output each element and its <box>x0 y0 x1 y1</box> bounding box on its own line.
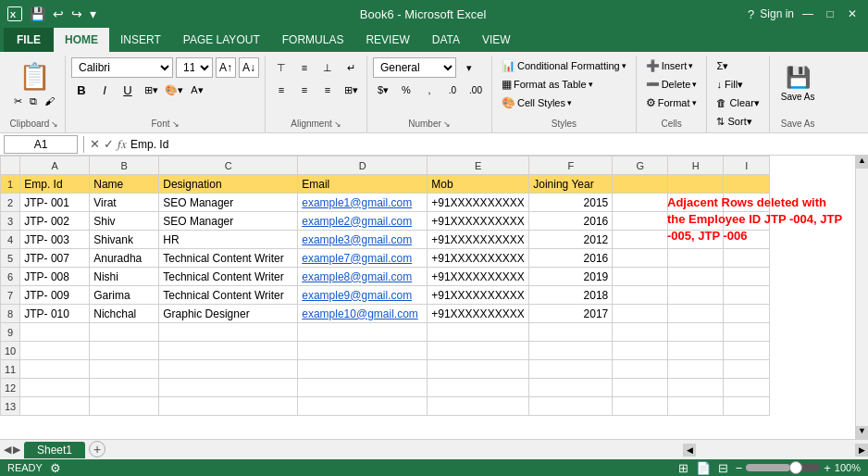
autosum-btn[interactable]: Σ▾ <box>713 57 763 74</box>
cell[interactable]: Virat <box>90 194 159 212</box>
row-number-cell[interactable]: 4 <box>1 231 20 249</box>
cell[interactable]: Technical Content Writer <box>159 286 298 305</box>
cell[interactable] <box>159 323 298 342</box>
cell[interactable]: Designation <box>159 175 298 194</box>
dec-dec-btn[interactable]: .00 <box>465 80 486 100</box>
merge-btn[interactable]: ⊞▾ <box>341 80 361 100</box>
row-number-cell[interactable]: 13 <box>1 397 20 416</box>
row-number-cell[interactable]: 6 <box>1 268 20 286</box>
row-number-cell[interactable]: 3 <box>1 212 20 231</box>
cell[interactable] <box>159 342 298 360</box>
cell[interactable] <box>613 212 668 231</box>
cell[interactable]: Nichchal <box>90 305 159 323</box>
cell-styles-btn[interactable]: 🎨 Cell Styles ▾ <box>498 94 630 111</box>
wrap-text-btn[interactable]: ↵ <box>341 57 361 78</box>
col-header-d[interactable]: D <box>298 157 428 175</box>
conditional-formatting-btn[interactable]: 📊 Conditional Formatting ▾ <box>498 57 630 74</box>
cell[interactable] <box>724 194 770 212</box>
sign-in-btn[interactable]: Sign in <box>760 7 794 20</box>
col-header-e[interactable]: E <box>428 157 529 175</box>
cell[interactable] <box>668 342 724 360</box>
cell[interactable] <box>20 342 90 360</box>
scroll-down-btn[interactable]: ▼ <box>856 426 868 439</box>
cell[interactable] <box>724 231 770 249</box>
cell[interactable] <box>668 249 724 268</box>
zoom-slider-track[interactable] <box>746 464 820 471</box>
view-pagebreak-btn[interactable]: ⊟ <box>718 461 728 475</box>
close-btn[interactable]: ✕ <box>844 6 861 22</box>
cell[interactable]: 2018 <box>529 286 613 305</box>
cell[interactable]: Email <box>298 175 428 194</box>
font-expand-icon[interactable]: ↘ <box>172 119 180 129</box>
fill-btn[interactable]: ↓ Fill▾ <box>713 76 763 93</box>
tab-view[interactable]: VIEW <box>471 28 522 52</box>
cell[interactable]: Technical Content Writer <box>159 268 298 286</box>
number-format-expand[interactable]: ▾ <box>459 57 479 78</box>
tab-insert[interactable]: INSERT <box>109 28 172 52</box>
cell[interactable]: JTP- 010 <box>20 305 90 323</box>
row-number-cell[interactable]: 11 <box>1 360 20 379</box>
col-header-c[interactable]: C <box>159 157 298 175</box>
cell[interactable] <box>724 342 770 360</box>
cell[interactable]: +91XXXXXXXXXX <box>428 249 529 268</box>
number-format-selector[interactable]: General <box>373 57 456 78</box>
row-number-cell[interactable]: 10 <box>1 342 20 360</box>
sheet-tab-sheet1[interactable]: Sheet1 <box>24 442 85 458</box>
row-number-cell[interactable]: 1 <box>1 175 20 194</box>
zoom-out-btn[interactable]: − <box>736 461 743 475</box>
row-number-cell[interactable]: 7 <box>1 286 20 305</box>
cell[interactable]: +91XXXXXXXXXX <box>428 286 529 305</box>
cell[interactable]: JTP- 007 <box>20 249 90 268</box>
customize-qa-btn[interactable]: ▾ <box>88 6 98 21</box>
cell[interactable]: +91XXXXXXXXXX <box>428 268 529 286</box>
col-header-a[interactable]: A <box>20 157 90 175</box>
cell[interactable]: Name <box>90 175 159 194</box>
cell[interactable] <box>724 249 770 268</box>
cell[interactable] <box>613 249 668 268</box>
formula-input[interactable] <box>130 135 864 154</box>
cell[interactable] <box>613 194 668 212</box>
cell[interactable]: Nishi <box>90 268 159 286</box>
view-layout-btn[interactable]: 📄 <box>696 461 711 475</box>
confirm-formula-icon[interactable]: ✓ <box>104 137 114 151</box>
cell[interactable]: JTP- 002 <box>20 212 90 231</box>
insert-function-icon[interactable]: 𝑓𝑥 <box>118 137 127 152</box>
cell[interactable]: HR <box>159 231 298 249</box>
alignment-expand-icon[interactable]: ↘ <box>334 119 341 129</box>
cell[interactable] <box>724 268 770 286</box>
name-box[interactable] <box>4 135 78 154</box>
align-right-btn[interactable]: ≡ <box>317 80 338 100</box>
cell[interactable]: SEO Manager <box>159 194 298 212</box>
cell[interactable] <box>428 323 529 342</box>
col-header-i[interactable]: I <box>724 157 770 175</box>
tab-data[interactable]: DATA <box>421 28 471 52</box>
cell[interactable] <box>724 175 770 194</box>
cell[interactable]: Emp. Id <box>20 175 90 194</box>
cell[interactable] <box>298 397 428 416</box>
cell[interactable] <box>668 212 724 231</box>
clipboard-expand-icon[interactable]: ↘ <box>51 119 58 129</box>
cell[interactable] <box>613 323 668 342</box>
cell[interactable] <box>668 360 724 379</box>
cell[interactable]: JTP- 008 <box>20 268 90 286</box>
currency-btn[interactable]: $▾ <box>373 80 393 100</box>
cell[interactable] <box>668 305 724 323</box>
cell[interactable] <box>298 360 428 379</box>
cell[interactable]: example10@gmail.com <box>298 305 428 323</box>
tab-review[interactable]: REVIEW <box>354 28 420 52</box>
cell[interactable]: Joining Year <box>529 175 613 194</box>
cell[interactable] <box>668 231 724 249</box>
cell[interactable] <box>724 323 770 342</box>
help-btn[interactable]: ? <box>748 7 754 21</box>
align-mid-btn[interactable]: ≡ <box>294 57 315 78</box>
cell[interactable]: JTP- 009 <box>20 286 90 305</box>
horizontal-scrollbar[interactable]: ◀ ▶ <box>683 444 868 457</box>
paste-btn[interactable]: 📋 <box>13 59 56 94</box>
cell[interactable] <box>668 379 724 397</box>
col-header-b[interactable]: B <box>90 157 159 175</box>
scroll-track-v[interactable] <box>856 169 868 426</box>
cell[interactable] <box>668 397 724 416</box>
cell[interactable] <box>613 286 668 305</box>
cell[interactable] <box>298 342 428 360</box>
cell[interactable]: 2012 <box>529 231 613 249</box>
